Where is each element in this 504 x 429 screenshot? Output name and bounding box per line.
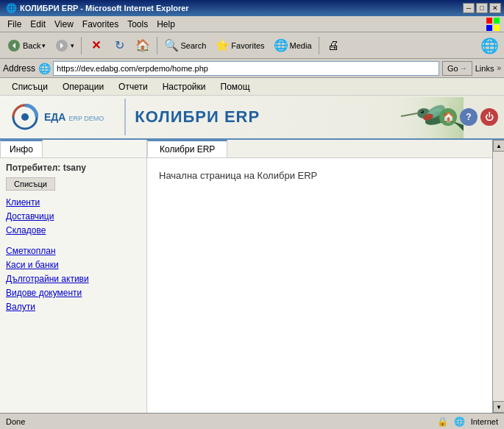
content-tabs: Колибри ERP	[147, 140, 492, 158]
header-home-button[interactable]: 🏠	[439, 108, 457, 126]
media-label: Media	[290, 41, 312, 50]
sidebar-link-clients[interactable]: Клиенти	[6, 196, 141, 208]
sidebar-section-btn[interactable]: Списъци	[6, 177, 55, 191]
logo-sub: ERP DEMO	[68, 115, 104, 122]
toolbar-sep-2	[157, 37, 157, 54]
window-title-bar: 🌐 КОЛИБРИ ERP - Microsoft Internet Explo…	[0, 0, 504, 16]
links-chevron: »	[497, 64, 501, 72]
svg-point-9	[21, 113, 29, 121]
zone-text: Internet	[471, 417, 498, 426]
back-icon	[7, 38, 21, 53]
welcome-text: Начална страница на Колибри ERP	[159, 170, 317, 181]
username: tsany	[63, 163, 86, 173]
header-power-button[interactable]: ⏻	[480, 108, 498, 126]
sidebar-user-info: Потребител: tsany	[6, 163, 141, 173]
sidebar-link-warehouses[interactable]: Складове	[6, 224, 141, 236]
app-menu-operations[interactable]: Операции	[57, 80, 110, 93]
menu-favorites[interactable]: Favorites	[78, 18, 123, 31]
header-help-icon: ?	[466, 112, 471, 122]
menu-help[interactable]: Help	[152, 18, 180, 31]
media-button[interactable]: 🌐 Media	[270, 35, 316, 56]
sidebar-link-suppliers[interactable]: Доставчици	[6, 210, 141, 222]
app-menu-reports[interactable]: Отчети	[113, 80, 154, 93]
logo-text-group: ЕДА ERP DEMO	[44, 111, 104, 123]
menu-view[interactable]: View	[50, 18, 78, 31]
app-menu-lists[interactable]: Списъци	[6, 80, 54, 93]
svg-rect-0	[486, 18, 492, 24]
media-icon: 🌐	[274, 38, 288, 53]
status-left: Done	[6, 417, 25, 426]
sidebar-tabs: Инфо	[0, 140, 146, 158]
header-divider	[124, 99, 126, 135]
svg-point-16	[422, 111, 422, 112]
app-menu-bar: Списъци Операции Отчети Настройки Помощ	[0, 78, 504, 96]
favorites-button[interactable]: ⭐ Favorites	[211, 35, 268, 56]
right-scrollbar[interactable]: ▲ ▼	[492, 140, 504, 413]
sidebar-link-cashbanks[interactable]: Каси и банки	[6, 259, 141, 271]
url-text: https://dev.edabg.com/erpdemo/home.php	[57, 64, 208, 73]
links-label[interactable]: Links	[475, 64, 494, 73]
favorites-label: Favorites	[231, 41, 264, 50]
sidebar-content: Потребител: tsany Списъци Клиенти Достав…	[0, 158, 146, 326]
back-button[interactable]: Back ▾	[3, 35, 49, 56]
svg-rect-2	[486, 25, 492, 31]
ie-icon: 🌐	[6, 3, 17, 13]
status-bar: Done 🔒 🌐 Internet	[0, 413, 504, 429]
maximize-button[interactable]: □	[476, 3, 488, 13]
home-button[interactable]: 🏠	[132, 35, 154, 56]
app-menu-settings[interactable]: Настройки	[157, 80, 212, 93]
sidebar-link-doctypes[interactable]: Видове документи	[6, 287, 141, 299]
user-label: Потребител:	[6, 163, 60, 173]
stop-button[interactable]: ✕	[85, 35, 107, 56]
address-bar: Address 🌐 https://dev.edabg.com/erpdemo/…	[0, 59, 504, 78]
star-icon: ⭐	[215, 38, 230, 53]
app-container: Списъци Операции Отчети Настройки Помощ …	[0, 78, 504, 413]
refresh-icon: ↻	[112, 38, 127, 53]
ie-activity-icon: 🌐	[478, 34, 501, 57]
svg-rect-3	[494, 25, 500, 31]
window-controls: ─ □ ✕	[463, 3, 501, 13]
address-input[interactable]: https://dev.edabg.com/erpdemo/home.php	[53, 61, 439, 76]
sidebar-group-1: Клиенти Доставчици Складове	[6, 196, 141, 236]
sidebar-link-currencies[interactable]: Валути	[6, 301, 141, 313]
eda-logo-icon	[12, 104, 38, 130]
menu-edit[interactable]: Edit	[26, 18, 50, 31]
search-button[interactable]: 🔍 Search	[160, 35, 210, 56]
content-panel: Колибри ERP Начална страница на Колибри …	[147, 140, 492, 413]
back-chevron: ▾	[42, 42, 46, 49]
go-button[interactable]: Go →	[442, 61, 472, 76]
close-button[interactable]: ✕	[489, 3, 501, 13]
main-area: Инфо Потребител: tsany Списъци Клиенти Д…	[0, 140, 504, 413]
forward-chevron: ▾	[71, 42, 74, 49]
minimize-button[interactable]: ─	[463, 3, 475, 13]
sidebar-link-fixedassets[interactable]: Дълготрайни активи	[6, 273, 141, 285]
print-button[interactable]: 🖨	[322, 35, 344, 56]
toolbar-sep-1	[81, 37, 82, 54]
browser-toolbar: Back ▾ ▾ ✕ ↻ 🏠 🔍 Search ⭐ Favorites 🌐 Me…	[0, 32, 504, 59]
header-icons: 🏠 ? ⏻	[439, 108, 498, 126]
app-header: ЕДА ERP DEMO КОЛИБРИ ERP	[0, 96, 504, 140]
forward-icon	[54, 38, 69, 53]
app-menu-help[interactable]: Помощ	[215, 80, 256, 93]
window-title: 🌐 КОЛИБРИ ERP - Microsoft Internet Explo…	[6, 3, 189, 13]
browser-menu-bar: File Edit View Favorites Tools Help	[0, 16, 504, 32]
refresh-button[interactable]: ↻	[108, 35, 130, 56]
forward-button[interactable]: ▾	[51, 35, 78, 56]
back-label: Back	[23, 41, 40, 50]
sidebar-group-2: Сметкоплан Каси и банки Дълготрайни акти…	[6, 245, 141, 313]
logo-text: ЕДА	[44, 111, 65, 123]
app-logo: ЕДА ERP DEMO	[0, 104, 116, 130]
sidebar-tab-info[interactable]: Инфо	[0, 140, 43, 157]
menu-tools[interactable]: Tools	[123, 18, 152, 31]
svg-point-15	[421, 110, 424, 113]
menu-file[interactable]: File	[3, 18, 26, 31]
content-body: Начална страница на Колибри ERP	[147, 158, 492, 413]
header-home-icon: 🏠	[442, 111, 455, 123]
scroll-up-button[interactable]: ▲	[493, 140, 504, 152]
scroll-down-button[interactable]: ▼	[493, 401, 504, 413]
header-help-button[interactable]: ?	[460, 108, 478, 126]
sidebar-link-chartofaccounts[interactable]: Сметкоплан	[6, 245, 141, 257]
header-power-icon: ⏻	[485, 112, 494, 122]
print-icon: 🖨	[326, 38, 341, 53]
content-tab-main[interactable]: Колибри ERP	[147, 140, 227, 157]
